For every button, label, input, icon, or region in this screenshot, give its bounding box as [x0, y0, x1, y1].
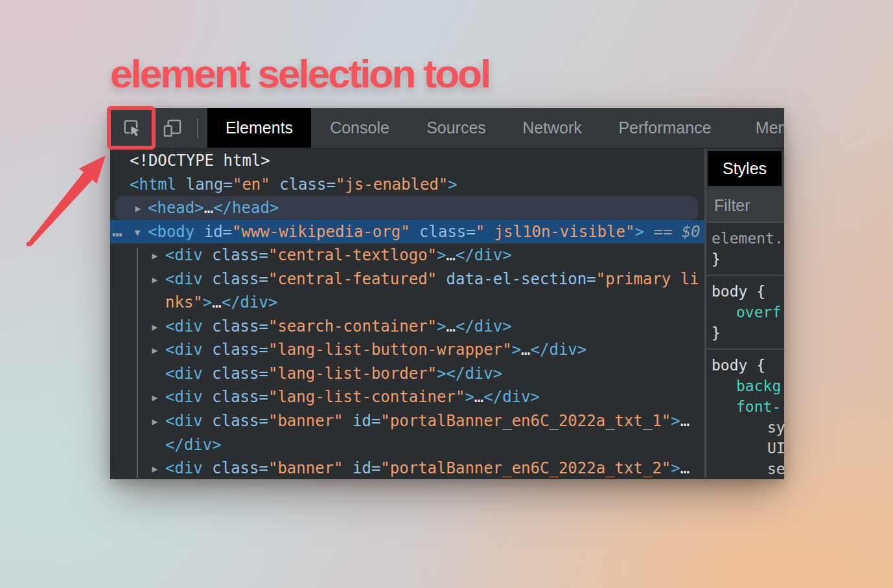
code-line: <!DOCTYPE html>	[110, 149, 704, 173]
dom-tree-row[interactable]: <div class="lang-list-border"></div>	[110, 362, 704, 386]
code-token: >	[634, 223, 644, 241]
code-token: class=	[212, 341, 268, 359]
dom-tree-row[interactable]: nks">…</div>	[110, 291, 704, 315]
dom-tree-row[interactable]: ▶<div class="banner" id="portalBanner_en…	[110, 457, 704, 478]
code-token: class=	[212, 317, 268, 335]
tab-network[interactable]: Network	[504, 108, 600, 148]
code-token	[410, 223, 419, 241]
dom-tree-row[interactable]: <html lang="en" class="js-enabled">	[110, 173, 704, 197]
dom-tree-row[interactable]: ▶<div class="lang-list-container">…</div…	[110, 385, 704, 409]
code-token: …	[680, 412, 690, 430]
code-token: </div>	[222, 293, 278, 311]
code-token: id=	[353, 459, 380, 477]
code-token: "en"	[233, 175, 270, 194]
code-token: <head>	[148, 199, 204, 217]
style-rule-line[interactable]: body {	[706, 281, 784, 302]
dom-tree-row[interactable]: ▶<head>…</head>	[115, 196, 698, 220]
code-line: <body id="www-wikipedia-org" class=" jsl…	[110, 220, 704, 244]
collapse-arrow-icon[interactable]: ▼	[131, 221, 144, 245]
styles-sidebar: Styles Filter element.}body {overf}body …	[704, 149, 784, 478]
style-rule-line[interactable]: overf	[706, 302, 784, 322]
code-line: <div class="banner" id="portalBanner_en6…	[110, 457, 704, 478]
style-rule-line[interactable]: backg	[706, 376, 784, 396]
tab-sources[interactable]: Sources	[408, 108, 504, 148]
code-line: </div>	[110, 433, 704, 457]
styles-filter-input[interactable]: Filter	[706, 189, 784, 223]
elements-dom-tree: <!DOCTYPE html><html lang="en" class="js…	[110, 149, 704, 478]
dom-tree-row[interactable]: </div>	[110, 433, 704, 457]
code-token: "primary li	[596, 270, 699, 288]
expand-arrow-icon[interactable]: ▶	[132, 197, 145, 221]
dom-tree-row[interactable]: <!DOCTYPE html>	[110, 149, 704, 173]
code-token: "lang-list-border"	[268, 365, 437, 383]
code-token	[176, 175, 185, 194]
code-token: >	[437, 317, 446, 335]
expand-arrow-icon[interactable]: ▶	[148, 386, 161, 410]
annotation-title: element selection tool	[110, 51, 489, 96]
tab-memory[interactable]: Memory	[730, 108, 784, 148]
code-token: ==	[644, 223, 682, 241]
code-token: "central-textlogo"	[268, 246, 437, 264]
code-token: >	[671, 412, 680, 430]
tab-console[interactable]: Console	[311, 108, 408, 148]
code-token: <div	[165, 459, 203, 477]
code-token: …	[212, 293, 221, 311]
code-token: </div>	[456, 317, 512, 335]
expand-arrow-icon[interactable]: ▶	[148, 457, 161, 478]
style-rule-line[interactable]: se	[706, 458, 784, 478]
style-rule-line[interactable]: element.	[706, 228, 784, 249]
code-token: class=	[419, 223, 476, 241]
expand-arrow-icon[interactable]: ▶	[148, 244, 161, 268]
code-token: >	[465, 388, 474, 406]
code-token: >	[448, 175, 457, 194]
code-token: <!DOCTYPE html>	[130, 152, 270, 170]
code-token	[203, 270, 212, 288]
code-token: <div	[165, 270, 203, 288]
expand-arrow-icon[interactable]: ▶	[148, 339, 161, 363]
code-token: >	[437, 246, 446, 264]
style-rule-line[interactable]: }	[706, 322, 784, 343]
code-token: …	[204, 199, 213, 217]
devtools-window: ElementsConsoleSourcesNetworkPerformance…	[110, 108, 784, 479]
style-rule-line[interactable]: UI	[706, 438, 784, 458]
code-token: "lang-list-container"	[268, 388, 465, 406]
style-rule-line[interactable]: }	[706, 249, 784, 269]
device-toolbar-button[interactable]	[158, 113, 188, 143]
style-rule-section: body {overf}	[706, 276, 784, 350]
code-token	[343, 459, 353, 477]
code-token: nks"	[165, 293, 203, 311]
code-token: id=	[353, 412, 380, 430]
toolbar-separator	[197, 119, 198, 138]
code-token	[194, 223, 203, 241]
dom-tree-row[interactable]: ▶<div class="search-container">…</div>	[110, 315, 704, 339]
tab-styles[interactable]: Styles	[708, 151, 782, 186]
dom-tree-row[interactable]: …▼<body id="www-wikipedia-org" class=" j…	[110, 220, 704, 244]
style-rule-line[interactable]: sy	[706, 417, 784, 438]
code-token: class=	[279, 175, 336, 194]
code-token	[203, 388, 212, 406]
code-token	[203, 317, 212, 335]
code-token: </div>	[446, 365, 503, 383]
code-line: <div class="central-featured" data-el-se…	[110, 267, 704, 291]
style-rule-section: body {backgfont-syUIsefont-	[706, 350, 784, 478]
code-token: <div	[165, 365, 203, 383]
code-token: class=	[212, 412, 268, 430]
style-rule-line[interactable]: body {	[706, 355, 784, 376]
style-rule-line[interactable]: font-	[706, 396, 784, 417]
device-toolbar-icon	[161, 117, 183, 139]
dom-tree-row[interactable]: ▶<div class="banner" id="portalBanner_en…	[110, 409, 704, 433]
tab-elements[interactable]: Elements	[207, 108, 311, 148]
code-token: id=	[204, 223, 232, 241]
expand-arrow-icon[interactable]: ▶	[148, 410, 161, 434]
dom-tree-row[interactable]: ▶<div class="central-featured" data-el-s…	[110, 267, 704, 291]
code-token: …	[474, 388, 483, 406]
code-token: "banner"	[268, 412, 343, 430]
code-token	[343, 412, 353, 430]
expand-arrow-icon[interactable]: ▶	[148, 268, 161, 292]
code-token: data-el-section=	[446, 270, 596, 288]
expand-arrow-icon[interactable]: ▶	[148, 315, 161, 339]
code-token: <div	[165, 246, 203, 264]
dom-tree-row[interactable]: ▶<div class="central-textlogo">…</div>	[110, 243, 704, 267]
tab-performance[interactable]: Performance	[600, 108, 730, 148]
dom-tree-row[interactable]: ▶<div class="lang-list-button-wrapper">……	[110, 338, 704, 362]
